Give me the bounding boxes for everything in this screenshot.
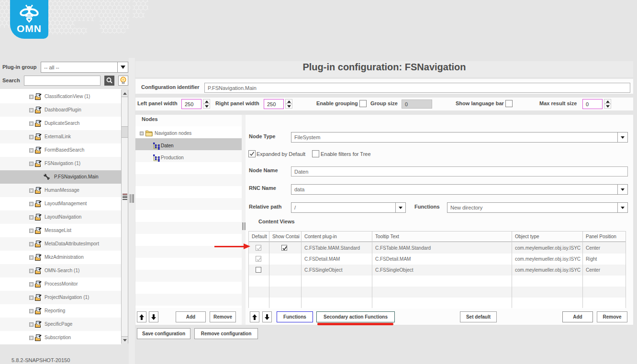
svg-text:OMN: OMN [17,23,42,34]
